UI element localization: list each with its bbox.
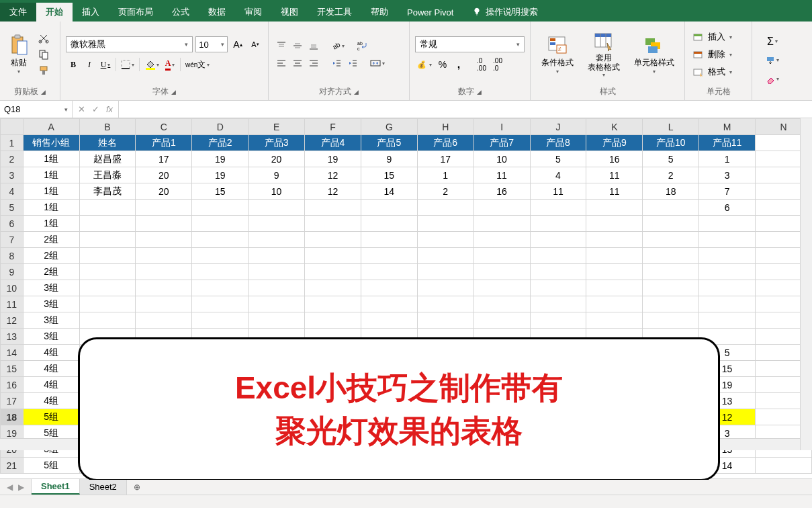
font-color-button[interactable]: A bbox=[163, 56, 177, 73]
cell[interactable] bbox=[136, 216, 192, 232]
cell[interactable]: 17 bbox=[417, 151, 473, 167]
cell[interactable]: 5组 bbox=[23, 458, 79, 474]
cell[interactable]: 1组 bbox=[23, 151, 79, 167]
cell[interactable]: 3组 bbox=[23, 280, 79, 296]
cell[interactable] bbox=[643, 280, 699, 296]
row-header[interactable]: 2 bbox=[1, 151, 24, 167]
col-header[interactable]: B bbox=[79, 119, 136, 135]
enter-formula-button[interactable]: ✓ bbox=[92, 104, 99, 114]
col-header[interactable]: I bbox=[473, 119, 530, 135]
cell[interactable]: 1组 bbox=[23, 200, 79, 216]
cell[interactable]: 11 bbox=[586, 167, 643, 183]
cell[interactable] bbox=[305, 280, 361, 296]
cell[interactable] bbox=[79, 280, 136, 296]
sheet-nav-prev[interactable]: ◀ bbox=[7, 482, 13, 492]
cell[interactable] bbox=[586, 296, 643, 312]
row-header[interactable]: 21 bbox=[1, 458, 24, 474]
cell[interactable] bbox=[473, 312, 530, 329]
cell[interactable] bbox=[473, 200, 530, 216]
cell[interactable] bbox=[586, 264, 643, 280]
cell[interactable]: 3组 bbox=[23, 296, 79, 312]
number-format-select[interactable]: 常规▾ bbox=[415, 36, 525, 52]
align-top-button[interactable] bbox=[274, 38, 289, 54]
conditional-format-button[interactable]: ≠ 条件格式▾ bbox=[539, 33, 576, 76]
font-dialog-launcher[interactable]: ◢ bbox=[171, 89, 176, 95]
align-middle-button[interactable] bbox=[290, 38, 305, 54]
cell[interactable]: 12 bbox=[305, 183, 361, 200]
table-header-cell[interactable]: 产品9 bbox=[586, 135, 643, 151]
cell[interactable]: 10 bbox=[473, 151, 530, 167]
cell[interactable] bbox=[586, 200, 643, 216]
row-header[interactable]: 14 bbox=[1, 345, 24, 361]
cell[interactable] bbox=[249, 216, 305, 232]
col-header[interactable]: D bbox=[192, 119, 249, 135]
cell[interactable] bbox=[136, 280, 192, 296]
tab-help[interactable]: 帮助 bbox=[361, 3, 398, 22]
cell[interactable] bbox=[473, 248, 530, 264]
table-header-cell[interactable]: 产品5 bbox=[361, 135, 417, 151]
cell[interactable] bbox=[756, 458, 812, 474]
cell[interactable] bbox=[79, 248, 136, 264]
cell[interactable]: 4组 bbox=[23, 377, 79, 393]
borders-button[interactable] bbox=[119, 56, 136, 73]
cell[interactable] bbox=[586, 312, 643, 329]
cell[interactable] bbox=[192, 280, 249, 296]
cell[interactable] bbox=[79, 296, 136, 312]
cell[interactable] bbox=[586, 280, 643, 296]
cell[interactable]: 14 bbox=[361, 183, 417, 200]
tab-data[interactable]: 数据 bbox=[199, 3, 235, 22]
table-header-cell[interactable]: 产品6 bbox=[417, 135, 473, 151]
cell[interactable] bbox=[473, 232, 530, 248]
col-header[interactable]: M bbox=[699, 119, 756, 135]
cell[interactable] bbox=[79, 232, 136, 248]
cell[interactable]: 李昌茂 bbox=[79, 183, 136, 200]
cell[interactable]: 5组 bbox=[23, 409, 79, 425]
cell[interactable] bbox=[530, 248, 586, 264]
sheet-tab-1[interactable]: Sheet1 bbox=[32, 479, 80, 495]
table-header-cell[interactable]: 销售小组 bbox=[23, 135, 79, 151]
cell[interactable]: 10 bbox=[249, 183, 305, 200]
cell[interactable] bbox=[699, 280, 756, 296]
font-size-select[interactable]: 10▾ bbox=[195, 36, 228, 52]
cell[interactable] bbox=[417, 232, 473, 248]
cell[interactable] bbox=[79, 200, 136, 216]
col-header[interactable]: K bbox=[586, 119, 643, 135]
fill-color-button[interactable] bbox=[142, 56, 161, 73]
cell[interactable] bbox=[249, 200, 305, 216]
cell[interactable] bbox=[643, 312, 699, 329]
cell[interactable]: 9 bbox=[361, 151, 417, 167]
cell[interactable]: 3 bbox=[699, 167, 756, 183]
cell[interactable] bbox=[699, 216, 756, 232]
clear-button[interactable] bbox=[758, 71, 787, 87]
cell[interactable] bbox=[530, 232, 586, 248]
cell[interactable] bbox=[192, 264, 249, 280]
cell[interactable] bbox=[305, 264, 361, 280]
cell[interactable] bbox=[586, 232, 643, 248]
tab-formulas[interactable]: 公式 bbox=[163, 3, 199, 22]
cell[interactable] bbox=[643, 232, 699, 248]
tab-home[interactable]: 开始 bbox=[36, 3, 73, 22]
cell[interactable]: 5 bbox=[530, 151, 586, 167]
cell[interactable] bbox=[192, 248, 249, 264]
cell[interactable] bbox=[699, 296, 756, 312]
underline-button[interactable]: U bbox=[98, 56, 113, 73]
cell[interactable] bbox=[305, 216, 361, 232]
align-right-button[interactable] bbox=[306, 55, 321, 71]
cell[interactable] bbox=[473, 216, 530, 232]
cell[interactable] bbox=[136, 248, 192, 264]
row-header[interactable]: 6 bbox=[1, 216, 24, 232]
col-header[interactable]: F bbox=[305, 119, 361, 135]
cell[interactable] bbox=[361, 280, 417, 296]
add-sheet-button[interactable]: ⊕ bbox=[127, 479, 147, 495]
cell[interactable] bbox=[361, 312, 417, 329]
cell[interactable] bbox=[417, 216, 473, 232]
tell-me-search[interactable]: 操作说明搜索 bbox=[463, 3, 547, 22]
row-header[interactable]: 5 bbox=[1, 200, 24, 216]
tab-insert[interactable]: 插入 bbox=[73, 3, 109, 22]
cell[interactable] bbox=[249, 296, 305, 312]
cell[interactable]: 19 bbox=[192, 151, 249, 167]
cell[interactable] bbox=[417, 200, 473, 216]
table-header-cell[interactable]: 产品4 bbox=[305, 135, 361, 151]
font-name-select[interactable]: 微软雅黑▾ bbox=[66, 36, 193, 52]
row-header[interactable]: 3 bbox=[1, 167, 24, 183]
